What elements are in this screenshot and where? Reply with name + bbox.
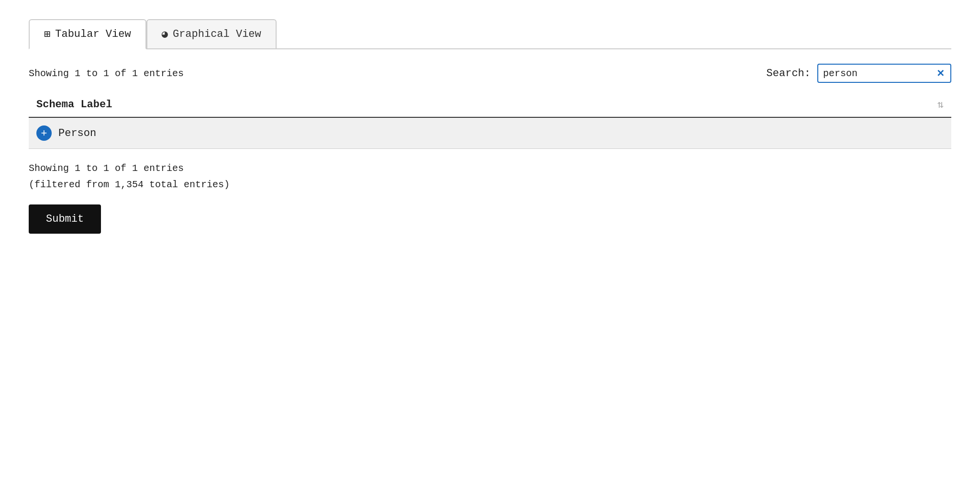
search-area: Search: ✕ [767, 64, 951, 83]
tabs-container: ⊞ Tabular View ◕ Graphical View [29, 19, 951, 49]
search-input[interactable] [823, 68, 935, 79]
table-header: Schema Label ⇅ [29, 92, 951, 118]
row-label: Person [58, 127, 96, 139]
table-row: + Person [29, 118, 951, 149]
showing-top-text: Showing 1 to 1 of 1 entries [29, 68, 184, 79]
showing-bottom-line2: (filtered from 1,354 total entries) [29, 177, 951, 193]
top-bar: Showing 1 to 1 of 1 entries Search: ✕ [29, 64, 951, 83]
tab-tabular[interactable]: ⊞ Tabular View [29, 19, 146, 49]
tab-graphical[interactable]: ◕ Graphical View [146, 19, 277, 48]
sort-icon[interactable]: ⇅ [937, 98, 944, 111]
graphical-icon: ◕ [162, 28, 168, 41]
expand-row-button[interactable]: + [36, 125, 52, 141]
tabular-icon: ⊞ [44, 28, 50, 41]
column-label: Schema Label [36, 99, 112, 111]
schema-table: Schema Label ⇅ + Person [29, 92, 951, 149]
showing-bottom-line1: Showing 1 to 1 of 1 entries [29, 160, 951, 177]
clear-search-button[interactable]: ✕ [935, 68, 946, 79]
tab-graphical-label: Graphical View [173, 28, 261, 40]
bottom-info: Showing 1 to 1 of 1 entries (filtered fr… [29, 160, 951, 193]
submit-button[interactable]: Submit [29, 204, 101, 234]
tab-tabular-label: Tabular View [55, 28, 131, 40]
search-label: Search: [767, 68, 811, 79]
search-input-wrapper: ✕ [817, 64, 951, 83]
